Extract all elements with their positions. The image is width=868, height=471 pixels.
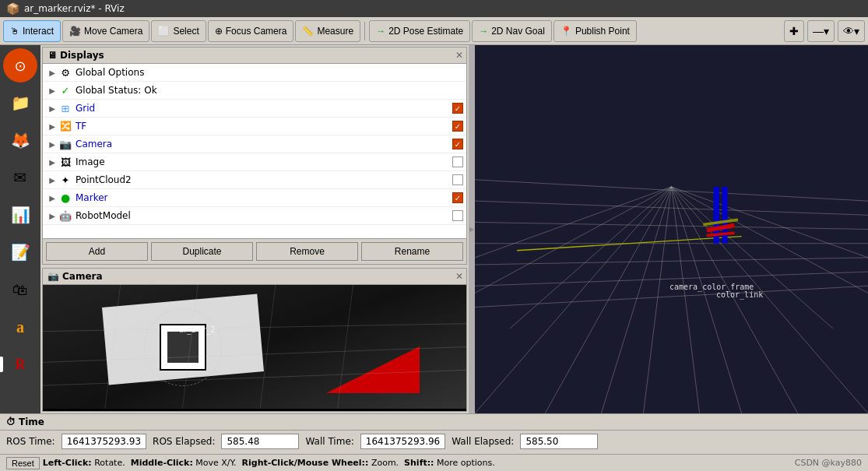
select-icon: ⬜ bbox=[158, 26, 170, 37]
move-camera-icon: 🎥 bbox=[69, 26, 81, 37]
viewport-color-link-label: color_link bbox=[716, 290, 763, 299]
display-item-robotmodel[interactable]: ▶ 🤖 RobotModel bbox=[43, 207, 466, 225]
svg-line-10 bbox=[475, 201, 868, 215]
wall-time-value: 1641375293.96 bbox=[360, 434, 445, 449]
add-panel-button[interactable]: ✚ bbox=[784, 20, 804, 42]
camera-overlay-lines bbox=[43, 285, 466, 409]
display-item-grid[interactable]: ▶ ⊞ Grid ✓ bbox=[43, 100, 466, 118]
ros-elapsed-label: ROS Elapsed: bbox=[153, 436, 215, 447]
left-panel: 🖥 Displays ✕ ▶ ⚙ Global Options ▶ ✓ Glob… bbox=[40, 45, 469, 413]
title-bar: 📦 ar_marker.rviz* - RViz bbox=[0, 0, 868, 17]
displays-close-button[interactable]: ✕ bbox=[455, 50, 463, 61]
3d-viewport[interactable]: camera_color_frame color_link bbox=[475, 45, 868, 413]
view-button[interactable]: 👁▾ bbox=[838, 20, 865, 42]
camera-close-button[interactable]: ✕ bbox=[455, 271, 463, 282]
displays-footer: Add Duplicate Remove Rename bbox=[43, 238, 466, 264]
svg-line-12 bbox=[475, 180, 868, 201]
expand-icon: ▶ bbox=[46, 212, 58, 220]
svg-line-22 bbox=[510, 187, 671, 329]
display-item-tf[interactable]: ▶ 🔀 TF ✓ bbox=[43, 118, 466, 135]
expand-icon: ▶ bbox=[46, 69, 58, 77]
layout-button[interactable]: —▾ bbox=[807, 20, 835, 42]
focus-camera-button[interactable]: ⊕ Focus Camera bbox=[208, 20, 294, 42]
expand-icon: ▶ bbox=[46, 104, 58, 113]
display-item-global-status[interactable]: ▶ ✓ Global Status: Ok bbox=[43, 82, 466, 100]
displays-icon: 🖥 bbox=[47, 50, 57, 61]
window-title: ar_marker.rviz* - RViz bbox=[24, 3, 125, 14]
duplicate-button[interactable]: Duplicate bbox=[151, 242, 253, 261]
dock-ubuntu[interactable]: ⊙ bbox=[3, 48, 37, 83]
dock-firefox[interactable]: 🦊 bbox=[3, 123, 37, 157]
display-name: Image bbox=[76, 156, 452, 167]
display-item-image[interactable]: ▶ 🖼 Image bbox=[43, 153, 466, 171]
displays-panel: 🖥 Displays ✕ ▶ ⚙ Global Options ▶ ✓ Glob… bbox=[42, 47, 467, 265]
dock-amazon[interactable]: a bbox=[3, 310, 37, 344]
camera-ar-label: ar_1 ar_2 bbox=[179, 325, 215, 334]
svg-line-6 bbox=[338, 285, 353, 409]
publish-point-button[interactable]: 📍 Publish Point bbox=[553, 20, 637, 42]
camera-icon: 📷 bbox=[58, 137, 72, 151]
marker-checkbox[interactable]: ✓ bbox=[452, 192, 463, 203]
display-item-marker[interactable]: ▶ ● Marker ✓ bbox=[43, 189, 466, 207]
pointcloud-icon: ✦ bbox=[58, 173, 72, 187]
expand-icon: ▶ bbox=[46, 86, 58, 95]
rename-button[interactable]: Rename bbox=[361, 242, 463, 261]
display-item-pointcloud2[interactable]: ▶ ✦ PointCloud2 bbox=[43, 171, 466, 189]
toolbar: 🖱 Interact 🎥 Move Camera ⬜ Select ⊕ Focu… bbox=[0, 17, 868, 45]
dock-files[interactable]: 📁 bbox=[3, 86, 37, 120]
camera-panel: 📷 Camera ✕ bbox=[42, 268, 467, 412]
status-help-text: Left-Click: Rotate. Middle-Click: Move X… bbox=[43, 458, 495, 468]
pose-estimate-button[interactable]: → 2D Pose Estimate bbox=[369, 20, 470, 42]
robotmodel-checkbox[interactable] bbox=[452, 210, 463, 221]
nav-goal-button[interactable]: → 2D Nav Goal bbox=[472, 20, 552, 42]
ros-elapsed-value: 585.48 bbox=[221, 434, 299, 449]
camera-view[interactable]: ar_1 ar_2 bbox=[43, 285, 466, 409]
select-button[interactable]: ⬜ Select bbox=[151, 20, 206, 42]
dock-app-store[interactable]: 🛍 bbox=[3, 272, 37, 307]
ros-time-value: 1641375293.93 bbox=[61, 434, 146, 449]
interact-button[interactable]: 🖱 Interact bbox=[3, 20, 61, 42]
expand-icon: ▶ bbox=[46, 158, 58, 167]
grid-checkbox[interactable]: ✓ bbox=[452, 103, 463, 114]
move-camera-button[interactable]: 🎥 Move Camera bbox=[62, 20, 149, 42]
displays-header: 🖥 Displays ✕ bbox=[43, 47, 466, 64]
svg-line-2 bbox=[43, 324, 466, 332]
camera-panel-icon: 📷 bbox=[47, 271, 59, 282]
svg-line-14 bbox=[475, 187, 672, 413]
tf-checkbox[interactable]: ✓ bbox=[452, 121, 463, 132]
reset-button[interactable]: Reset bbox=[6, 457, 40, 469]
resize-handle[interactable] bbox=[469, 45, 475, 413]
display-name: Marker bbox=[76, 192, 452, 203]
display-name: Global Status: Ok bbox=[76, 85, 463, 96]
main-content: ⊙ 📁 🦊 ✉ 📊 📝 🛍 a R 🖥 bbox=[0, 45, 868, 413]
expand-icon: ▶ bbox=[46, 194, 58, 202]
measure-button[interactable]: 📏 Measure bbox=[295, 20, 360, 42]
bottom-bar: Reset Left-Click: Rotate. Middle-Click: … bbox=[0, 454, 868, 471]
robotmodel-icon: 🤖 bbox=[58, 209, 72, 223]
svg-line-27 bbox=[672, 187, 869, 258]
separator-1 bbox=[364, 22, 365, 40]
pointcloud-checkbox[interactable] bbox=[452, 174, 463, 185]
time-panel-header: ⏱ Time bbox=[0, 414, 868, 431]
display-item-global-options[interactable]: ▶ ⚙ Global Options bbox=[43, 64, 466, 82]
camera-checkbox[interactable]: ✓ bbox=[452, 139, 463, 149]
dock-rviz[interactable]: R bbox=[3, 347, 37, 381]
dock-email[interactable]: ✉ bbox=[3, 160, 37, 195]
dock-text-editor[interactable]: 📝 bbox=[3, 235, 37, 269]
image-checkbox[interactable] bbox=[452, 156, 463, 167]
display-name: RobotModel bbox=[76, 210, 452, 221]
svg-line-21 bbox=[672, 187, 700, 413]
display-item-camera[interactable]: ▶ 📷 Camera ✓ bbox=[43, 135, 466, 153]
wall-time-label: Wall Time: bbox=[305, 436, 353, 447]
displays-body: ▶ ⚙ Global Options ▶ ✓ Global Status: Ok… bbox=[43, 64, 466, 238]
ros-time-label: ROS Time: bbox=[6, 436, 55, 447]
dock-spreadsheet[interactable]: 📊 bbox=[3, 198, 37, 232]
svg-line-4 bbox=[182, 285, 198, 409]
wall-elapsed-value: 585.50 bbox=[520, 434, 598, 449]
svg-line-5 bbox=[260, 285, 276, 409]
expand-icon: ▶ bbox=[46, 122, 58, 131]
svg-line-1 bbox=[43, 370, 466, 385]
global-status-icon: ✓ bbox=[58, 83, 72, 97]
add-button[interactable]: Add bbox=[46, 242, 148, 261]
remove-button[interactable]: Remove bbox=[256, 242, 358, 261]
